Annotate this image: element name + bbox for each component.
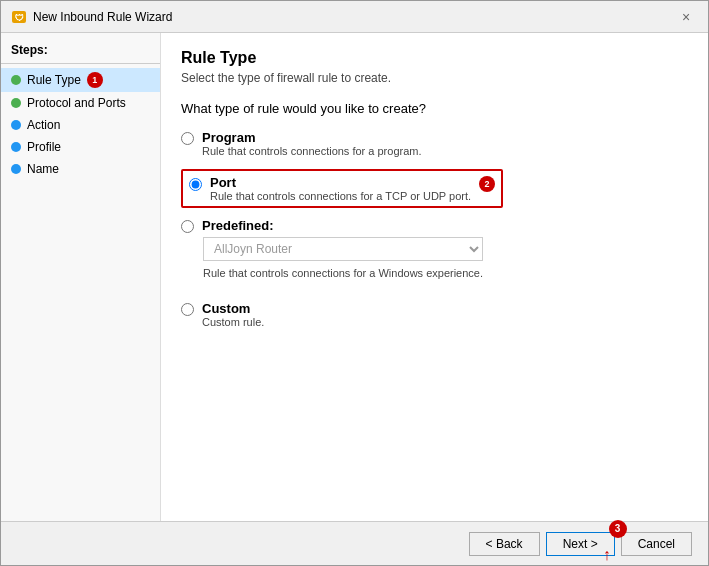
sidebar-title: Steps: <box>1 43 160 64</box>
option-port: Port Rule that controls connections for … <box>181 169 688 208</box>
port-title: Port <box>210 175 471 190</box>
sidebar-label-rule-type: Rule Type <box>27 73 81 87</box>
radio-predefined[interactable] <box>181 220 194 233</box>
sidebar-label-name: Name <box>27 162 59 176</box>
step1-badge: 1 <box>87 72 103 88</box>
radio-program[interactable] <box>181 132 194 145</box>
sidebar-dot-action <box>11 120 21 130</box>
wizard-icon: 🛡 <box>11 9 27 25</box>
main-content: Rule Type Select the type of firewall ru… <box>161 33 708 521</box>
sidebar-item-name[interactable]: Name <box>1 158 160 180</box>
sidebar-item-profile[interactable]: Profile <box>1 136 160 158</box>
option-predefined: Predefined: AllJoyn Router Rule that con… <box>181 218 688 289</box>
sidebar-dot-rule-type <box>11 75 21 85</box>
sidebar-label-action: Action <box>27 118 60 132</box>
predefined-select[interactable]: AllJoyn Router <box>203 237 483 261</box>
cancel-button[interactable]: Cancel <box>621 532 692 556</box>
step2-badge: 2 <box>479 176 495 192</box>
option-custom: Custom Custom rule. <box>181 301 688 328</box>
close-button[interactable]: × <box>674 5 698 29</box>
sidebar-item-rule-type[interactable]: Rule Type 1 <box>1 68 160 92</box>
wizard-window: 🛡 New Inbound Rule Wizard × Steps: Rule … <box>0 0 709 566</box>
program-desc: Rule that controls connections for a pro… <box>202 145 422 157</box>
sidebar-item-protocol[interactable]: Protocol and Ports <box>1 92 160 114</box>
sidebar-dot-profile <box>11 142 21 152</box>
custom-title: Custom <box>202 301 264 316</box>
sidebar-item-action[interactable]: Action <box>1 114 160 136</box>
step3-badge: 3 <box>609 520 627 538</box>
radio-program-label: Program Rule that controls connections f… <box>202 130 422 157</box>
page-title: Rule Type <box>181 49 688 67</box>
window-title: New Inbound Rule Wizard <box>33 10 172 24</box>
radio-custom[interactable] <box>181 303 194 316</box>
sidebar-label-profile: Profile <box>27 140 61 154</box>
predefined-title: Predefined: <box>202 218 274 233</box>
option-program: Program Rule that controls connections f… <box>181 130 688 157</box>
radio-custom-label: Custom Custom rule. <box>202 301 264 328</box>
page-subtitle: Select the type of firewall rule to crea… <box>181 71 688 85</box>
predefined-desc: Rule that controls connections for a Win… <box>203 267 483 279</box>
sidebar: Steps: Rule Type 1 Protocol and Ports Ac… <box>1 33 161 521</box>
question-text: What type of rule would you like to crea… <box>181 101 688 116</box>
content-area: Steps: Rule Type 1 Protocol and Ports Ac… <box>1 33 708 521</box>
radio-port-label: Port Rule that controls connections for … <box>210 175 471 202</box>
footer: < Back Next > 3 ↑ Cancel <box>1 521 708 565</box>
title-bar-left: 🛡 New Inbound Rule Wizard <box>11 9 172 25</box>
back-button[interactable]: < Back <box>469 532 540 556</box>
port-desc: Rule that controls connections for a TCP… <box>210 190 471 202</box>
svg-text:🛡: 🛡 <box>15 13 24 23</box>
title-bar: 🛡 New Inbound Rule Wizard × <box>1 1 708 33</box>
port-highlight-box: Port Rule that controls connections for … <box>181 169 503 208</box>
radio-port[interactable] <box>189 178 202 191</box>
next-wrapper: Next > 3 ↑ <box>546 532 615 556</box>
sidebar-label-protocol: Protocol and Ports <box>27 96 126 110</box>
custom-desc: Custom rule. <box>202 316 264 328</box>
predefined-section: AllJoyn Router Rule that controls connec… <box>203 237 483 279</box>
program-title: Program <box>202 130 422 145</box>
sidebar-dot-name <box>11 164 21 174</box>
sidebar-dot-protocol <box>11 98 21 108</box>
arrow-indicator: ↑ <box>603 546 611 564</box>
